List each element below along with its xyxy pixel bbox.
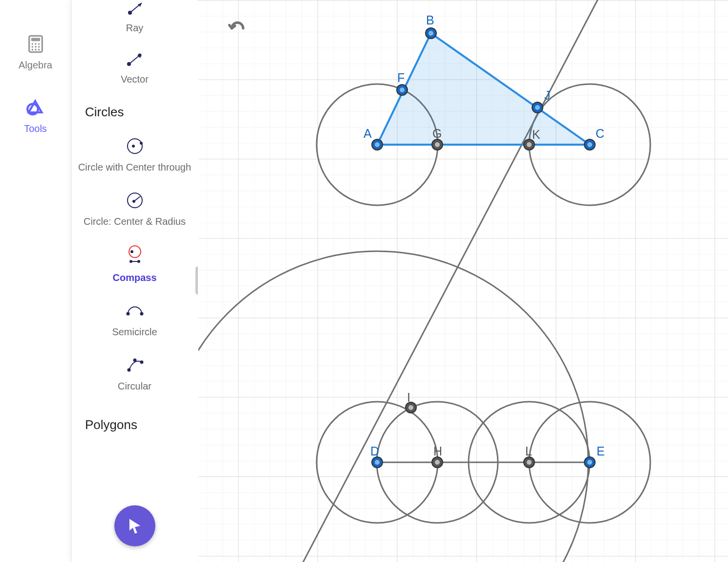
point-J-inner bbox=[535, 105, 540, 110]
svg-line-22 bbox=[134, 196, 140, 201]
svg-point-9 bbox=[35, 49, 37, 51]
point-G-inner bbox=[435, 142, 440, 147]
svg-point-6 bbox=[35, 46, 37, 48]
calculator-icon bbox=[26, 34, 45, 54]
svg-point-3 bbox=[35, 43, 37, 45]
point-label-I: I bbox=[407, 390, 410, 404]
svg-point-7 bbox=[38, 46, 40, 48]
svg-point-19 bbox=[140, 142, 143, 145]
point-label-C: C bbox=[596, 127, 604, 140]
tool-semicircle[interactable]: Semicircle bbox=[71, 289, 198, 344]
point-D-inner bbox=[375, 460, 380, 465]
cursor-icon bbox=[126, 517, 144, 535]
tool-compass-label: Compass bbox=[112, 271, 156, 284]
circle-center-through-icon bbox=[125, 136, 145, 156]
tool-ray[interactable]: Ray bbox=[71, 0, 198, 40]
circular-icon bbox=[125, 355, 145, 375]
vector-icon bbox=[125, 51, 145, 68]
tool-compass[interactable]: Compass bbox=[71, 233, 198, 289]
circles-section-header: Circles bbox=[71, 91, 198, 125]
point-K-inner bbox=[527, 142, 532, 147]
point-label-B: B bbox=[426, 13, 434, 27]
graphics-canvas[interactable]: ABCFJGKDEHLI bbox=[198, 0, 728, 562]
point-I-inner bbox=[408, 405, 413, 410]
graphics-svg[interactable]: ABCFJGKDEHLI bbox=[198, 0, 728, 562]
svg-point-2 bbox=[31, 43, 33, 45]
point-B-inner bbox=[428, 31, 433, 36]
point-label-L: L bbox=[525, 444, 532, 458]
point-label-F: F bbox=[397, 71, 405, 85]
svg-point-30 bbox=[140, 312, 143, 316]
tool-circle-center-radius-label: Circle: Center & Radius bbox=[84, 215, 186, 228]
tool-vector[interactable]: Vector bbox=[71, 40, 198, 91]
undo-icon bbox=[228, 20, 247, 37]
compass-icon bbox=[124, 245, 146, 266]
tools-label: Tools bbox=[24, 123, 47, 134]
algebra-label: Algebra bbox=[19, 60, 52, 71]
point-label-G: G bbox=[432, 127, 442, 140]
move-tool-fab[interactable] bbox=[114, 505, 155, 546]
svg-point-18 bbox=[132, 145, 135, 148]
point-A-inner bbox=[375, 142, 380, 147]
svg-line-15 bbox=[129, 55, 140, 64]
tool-ray-label: Ray bbox=[126, 22, 144, 35]
tool-semicircle-label: Semicircle bbox=[112, 325, 157, 339]
tool-circular-label: Circular bbox=[118, 380, 151, 393]
point-label-D: D bbox=[370, 444, 379, 458]
polygons-section-header: Polygons bbox=[71, 398, 198, 437]
tools-icon bbox=[25, 98, 45, 117]
ray-icon bbox=[125, 0, 145, 17]
svg-point-8 bbox=[31, 49, 33, 51]
svg-point-32 bbox=[133, 359, 136, 362]
svg-point-5 bbox=[31, 46, 33, 48]
point-H-inner bbox=[435, 460, 440, 465]
svg-point-31 bbox=[127, 368, 130, 372]
app-root: Algebra Tools Ray bbox=[0, 0, 728, 562]
tool-circle-center-radius[interactable]: Circle: Center & Radius bbox=[71, 179, 198, 233]
circle-center-radius-icon bbox=[125, 191, 145, 210]
point-label-J: J bbox=[544, 88, 551, 102]
point-label-A: A bbox=[364, 127, 372, 140]
point-label-K: K bbox=[532, 128, 540, 141]
tool-panel: Ray Vector Circles Circle with Center th… bbox=[71, 0, 198, 562]
svg-rect-1 bbox=[31, 38, 40, 42]
tools-tab[interactable]: Tools bbox=[24, 98, 47, 134]
tool-circle-center-through[interactable]: Circle with Center through bbox=[71, 125, 198, 179]
point-F-inner bbox=[400, 87, 405, 92]
svg-point-24 bbox=[130, 250, 133, 253]
point-L-inner bbox=[527, 460, 532, 465]
algebra-tab[interactable]: Algebra bbox=[19, 34, 52, 71]
point-E-inner bbox=[587, 460, 592, 465]
left-nav: Algebra Tools bbox=[0, 0, 71, 562]
svg-point-29 bbox=[126, 312, 129, 316]
svg-point-4 bbox=[38, 43, 40, 45]
svg-point-33 bbox=[140, 361, 143, 364]
tool-circular[interactable]: Circular bbox=[71, 344, 198, 398]
svg-point-10 bbox=[38, 49, 40, 51]
undo-button[interactable] bbox=[228, 20, 247, 39]
point-label-H: H bbox=[433, 444, 442, 458]
semicircle-icon bbox=[125, 301, 145, 321]
point-C-inner bbox=[587, 142, 592, 147]
point-label-E: E bbox=[597, 444, 605, 458]
tool-vector-label: Vector bbox=[121, 73, 149, 86]
tool-circle-center-through-label: Circle with Center through bbox=[78, 161, 191, 174]
